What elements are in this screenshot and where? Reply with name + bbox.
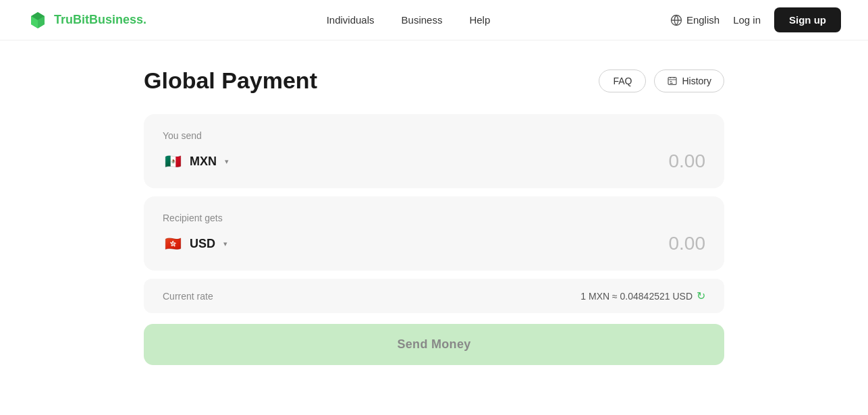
globe-icon (670, 14, 682, 26)
receive-label: Recipient gets (163, 213, 705, 223)
logo[interactable]: TruBitBusiness. (27, 9, 146, 31)
login-link[interactable]: Log in (733, 14, 761, 26)
main-content: Global Payment FAQ History You send 🇲🇽 M… (130, 40, 738, 392)
receive-flag: 🇭🇰 (163, 233, 183, 254)
receive-chevron-icon: ▾ (223, 240, 227, 248)
language-selector[interactable]: English (670, 14, 720, 26)
receive-card: Recipient gets 🇭🇰 USD ▾ 0.00 (144, 196, 724, 271)
send-row: 🇲🇽 MXN ▾ 0.00 (163, 150, 705, 172)
nav-links: Individuals Business Help (327, 14, 491, 26)
rate-text: 1 MXN ≈ 0.04842521 USD (580, 291, 693, 302)
page-title: Global Payment (144, 67, 317, 94)
refresh-icon[interactable]: ↻ (697, 289, 705, 302)
header-actions: FAQ History (599, 70, 724, 92)
send-chevron-icon: ▾ (225, 157, 229, 166)
receive-amount[interactable]: 0.00 (669, 233, 706, 254)
send-amount[interactable]: 0.00 (669, 150, 706, 172)
history-button[interactable]: History (654, 70, 724, 92)
logo-text: TruBitBusiness. (54, 13, 146, 27)
nav-help[interactable]: Help (469, 14, 490, 26)
history-icon (667, 76, 678, 86)
nav-right: English Log in Sign up (670, 7, 841, 32)
send-money-button[interactable]: Send Money (144, 324, 724, 365)
nav-business[interactable]: Business (402, 14, 443, 26)
receive-currency-selector[interactable]: 🇭🇰 USD ▾ (163, 233, 227, 254)
faq-button[interactable]: FAQ (599, 70, 646, 92)
rate-value: 1 MXN ≈ 0.04842521 USD ↻ (580, 289, 705, 302)
nav-individuals[interactable]: Individuals (327, 14, 375, 26)
send-card: You send 🇲🇽 MXN ▾ 0.00 (144, 114, 724, 188)
navbar: TruBitBusiness. Individuals Business Hel… (0, 0, 868, 40)
receive-row: 🇭🇰 USD ▾ 0.00 (163, 233, 705, 254)
send-flag: 🇲🇽 (163, 151, 183, 171)
language-label: English (686, 14, 720, 26)
receive-currency-code: USD (190, 237, 215, 251)
page-header: Global Payment FAQ History (144, 67, 724, 94)
rate-label: Current rate (163, 291, 213, 302)
send-currency-selector[interactable]: 🇲🇽 MXN ▾ (163, 151, 229, 171)
logo-icon (27, 9, 49, 31)
rate-row: Current rate 1 MXN ≈ 0.04842521 USD ↻ (144, 279, 724, 313)
send-label: You send (163, 130, 705, 141)
signup-button[interactable]: Sign up (774, 7, 841, 32)
history-label: History (682, 76, 711, 86)
send-currency-code: MXN (190, 155, 217, 169)
